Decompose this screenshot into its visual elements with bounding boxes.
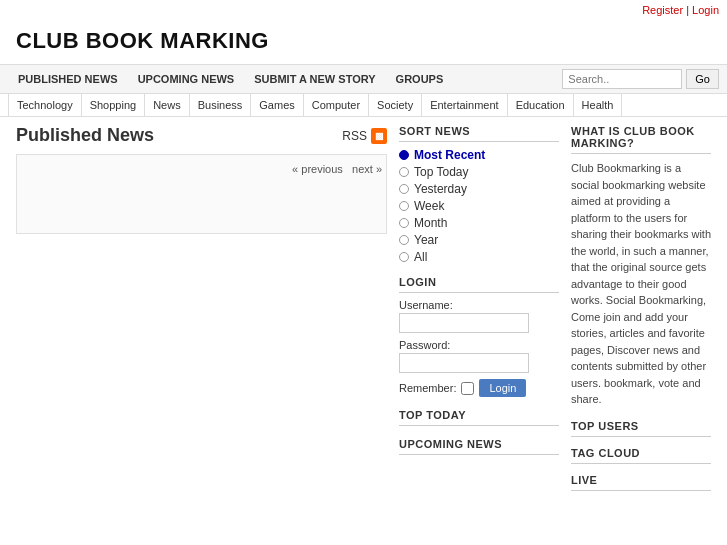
nav-submit-story[interactable]: SUBMIT A NEW STORY <box>244 67 385 91</box>
top-users-title: TOP USERS <box>571 420 711 437</box>
nav-links: PUBLISHED NEWSUPCOMING NEWSSUBMIT A NEW … <box>8 67 562 91</box>
what-is-text: Club Bookmarking is a social bookmarking… <box>571 160 711 408</box>
site-title: CLUB BOOK MARKING <box>0 20 727 64</box>
sort-month: Month <box>399 216 559 230</box>
rss-label: RSS <box>342 129 367 143</box>
username-label: Username: <box>399 299 559 311</box>
password-label: Password: <box>399 339 559 351</box>
tag-cloud-section: TAG CLOUD <box>571 447 711 464</box>
sort-year-label[interactable]: Year <box>414 233 438 247</box>
auth-separator: | <box>686 4 689 16</box>
rss-icon[interactable]: ▩ <box>371 128 387 144</box>
sort-top-today: Top Today <box>399 165 559 179</box>
sort-most-recent-label[interactable]: Most Recent <box>414 148 485 162</box>
sort-all-label[interactable]: All <box>414 250 427 264</box>
sidebar-middle: SORT NEWS Most Recent Top Today Yesterda… <box>399 125 559 501</box>
login-section: LOGIN Username: Password: Remember: Logi… <box>399 276 559 397</box>
remember-checkbox[interactable] <box>461 382 474 395</box>
live-section: LIVE <box>571 474 711 491</box>
sort-yesterday: Yesterday <box>399 182 559 196</box>
cat-news[interactable]: News <box>145 94 190 116</box>
sort-week: Week <box>399 199 559 213</box>
radio-month[interactable] <box>399 218 409 228</box>
cat-business[interactable]: Business <box>190 94 252 116</box>
sort-news-title: SORT NEWS <box>399 125 559 142</box>
search-button[interactable]: Go <box>686 69 719 89</box>
top-users-section: TOP USERS <box>571 420 711 437</box>
tag-cloud-title: TAG CLOUD <box>571 447 711 464</box>
remember-label: Remember: <box>399 382 456 394</box>
rss-area: RSS ▩ <box>342 128 387 144</box>
login-title: LOGIN <box>399 276 559 293</box>
nav-published-news[interactable]: PUBLISHED NEWS <box>8 67 128 91</box>
username-field: Username: <box>399 299 559 333</box>
what-is-section: WHAT IS CLUB BOOK MARKING? Club Bookmark… <box>571 125 711 408</box>
upcoming-news-section: UPCOMING NEWS <box>399 438 559 455</box>
password-input[interactable] <box>399 353 529 373</box>
radio-top-today[interactable] <box>399 167 409 177</box>
nav-upcoming-news[interactable]: UPCOMING NEWS <box>128 67 245 91</box>
category-bar: TechnologyShoppingNewsBusinessGamesCompu… <box>0 94 727 117</box>
sort-year: Year <box>399 233 559 247</box>
search-input[interactable] <box>562 69 682 89</box>
cat-entertainment[interactable]: Entertainment <box>422 94 507 116</box>
cat-health[interactable]: Health <box>574 94 623 116</box>
top-today-section: TOP TODAY <box>399 409 559 426</box>
cat-education[interactable]: Education <box>508 94 574 116</box>
content-area: Published News RSS ▩ « previous next » S… <box>0 117 727 509</box>
username-input[interactable] <box>399 313 529 333</box>
auth-bar: Register | Login <box>0 0 727 20</box>
password-field: Password: <box>399 339 559 373</box>
radio-most-recent[interactable] <box>399 150 409 160</box>
top-today-title: TOP TODAY <box>399 409 559 426</box>
remember-row: Remember: Login <box>399 379 559 397</box>
nav-groups[interactable]: GROUPS <box>386 67 454 91</box>
page-heading: Published News <box>16 125 154 146</box>
main-content: Published News RSS ▩ « previous next » <box>16 125 387 501</box>
radio-year[interactable] <box>399 235 409 245</box>
cat-society[interactable]: Society <box>369 94 422 116</box>
main-nav: PUBLISHED NEWSUPCOMING NEWSSUBMIT A NEW … <box>0 64 727 94</box>
cat-games[interactable]: Games <box>251 94 303 116</box>
sort-most-recent: Most Recent <box>399 148 559 162</box>
next-page-link[interactable]: next » <box>352 163 382 175</box>
register-link[interactable]: Register <box>642 4 683 16</box>
sort-top-today-label[interactable]: Top Today <box>414 165 469 179</box>
what-is-title: WHAT IS CLUB BOOK MARKING? <box>571 125 711 154</box>
login-button[interactable]: Login <box>479 379 526 397</box>
cat-computer[interactable]: Computer <box>304 94 369 116</box>
sort-month-label[interactable]: Month <box>414 216 447 230</box>
cat-technology[interactable]: Technology <box>8 94 82 116</box>
pagination: « previous next » <box>21 159 382 179</box>
sort-yesterday-label[interactable]: Yesterday <box>414 182 467 196</box>
login-link[interactable]: Login <box>692 4 719 16</box>
sidebar-right: WHAT IS CLUB BOOK MARKING? Club Bookmark… <box>571 125 711 501</box>
stories-area: « previous next » <box>16 154 387 234</box>
sort-week-label[interactable]: Week <box>414 199 444 213</box>
search-form: Go <box>562 65 719 93</box>
sort-news-section: SORT NEWS Most Recent Top Today Yesterda… <box>399 125 559 264</box>
radio-week[interactable] <box>399 201 409 211</box>
page-heading-row: Published News RSS ▩ <box>16 125 387 146</box>
cat-shopping[interactable]: Shopping <box>82 94 146 116</box>
live-title: LIVE <box>571 474 711 491</box>
radio-yesterday[interactable] <box>399 184 409 194</box>
radio-all[interactable] <box>399 252 409 262</box>
sort-all: All <box>399 250 559 264</box>
upcoming-news-title: UPCOMING NEWS <box>399 438 559 455</box>
prev-page-link[interactable]: « previous <box>292 163 343 175</box>
